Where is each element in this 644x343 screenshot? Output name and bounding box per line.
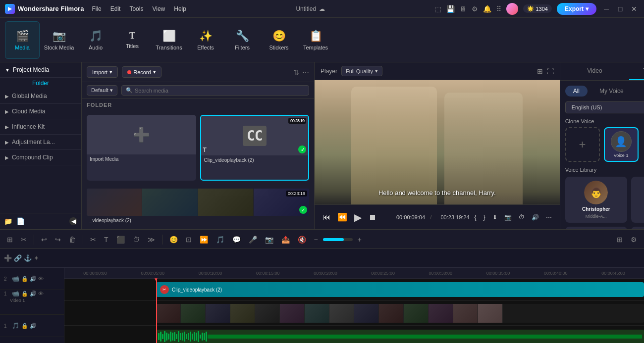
collapse-panel-button[interactable]: ◀ [69, 217, 77, 225]
import-button[interactable]: Import ▾ [87, 66, 118, 78]
tool-templates[interactable]: 📋 Templates [298, 21, 333, 59]
razor-tool-button[interactable]: ✂ [18, 234, 30, 245]
project-media-section[interactable]: ▼ Project Media [0, 62, 81, 78]
emoticon-button[interactable]: 😊 [166, 234, 181, 245]
voice-card-emma[interactable]: 👩 NEW Emma Middle-A... [565, 227, 628, 229]
magnet-icon[interactable]: 🔗 [14, 254, 22, 262]
adjustment-layer-section[interactable]: ▶ Adjustment La... [0, 135, 81, 150]
add-clone-voice-button[interactable]: + [565, 127, 600, 162]
influence-kit-section[interactable]: ▶ Influence Kit [0, 119, 81, 135]
undo-button[interactable]: ↩ [38, 234, 50, 245]
cloud-media-section[interactable]: ▶ Cloud Media [0, 104, 81, 119]
snapshot-tl-button[interactable]: 📷 [262, 234, 276, 245]
tool-filters[interactable]: 🔧 Filters [225, 21, 260, 59]
tl-settings-button[interactable]: ⚙ [628, 234, 640, 245]
tl-grid-button[interactable]: ⊞ [614, 234, 626, 245]
mute-button[interactable]: 🔇 [295, 234, 309, 245]
minimize-button[interactable]: ─ [601, 5, 611, 13]
settings-icon[interactable]: ⚙ [472, 5, 478, 13]
fullscreen-icon[interactable]: ⛶ [547, 67, 554, 75]
zoom-slider[interactable] [323, 238, 353, 241]
user-avatar[interactable] [506, 3, 518, 15]
crop-button[interactable]: ⬛ [113, 234, 128, 245]
search-input[interactable] [135, 88, 305, 94]
menu-tools[interactable]: Tools [129, 5, 143, 12]
voice-card-ava[interactable]: 👩 NEW Ava Young En... [631, 227, 644, 229]
playhead[interactable] [156, 279, 157, 343]
menu-view[interactable]: View [152, 5, 165, 12]
import-media-card[interactable]: ➕ Import Media [87, 115, 196, 181]
more-tl-button[interactable]: ≫ [145, 234, 158, 245]
speed-timeline-button[interactable]: ⏱ [130, 234, 143, 245]
split-button[interactable]: ⊡ [183, 234, 195, 245]
record-voice-button[interactable]: 🎤 [246, 234, 260, 245]
add-item-icon[interactable]: 📄 [16, 217, 25, 225]
add-track-icon[interactable]: ➕ [4, 254, 12, 262]
close-button[interactable]: ✕ [629, 5, 639, 13]
play-button[interactable]: ▶ [352, 209, 364, 225]
eye-icon-2[interactable]: 👁 [38, 276, 44, 282]
track-type-icon[interactable]: ✦ [34, 254, 39, 262]
step-back-button[interactable]: ⏪ [335, 210, 349, 224]
redo-button[interactable]: ↪ [52, 234, 64, 245]
cut-button[interactable]: ✂ [87, 234, 99, 245]
tool-effects[interactable]: ✨ Effects [188, 21, 223, 59]
sub-tab-my-voice[interactable]: My Voice [591, 86, 632, 97]
eye-icon-1[interactable]: 👁 [38, 291, 44, 297]
tool-audio[interactable]: 🎵 Audio [78, 21, 113, 59]
sub-tab-all[interactable]: All [565, 86, 588, 97]
default-select[interactable]: Default ▾ [87, 85, 117, 96]
folder-label[interactable]: Folder [0, 78, 81, 89]
mark-out-button[interactable]: } [482, 212, 487, 223]
menu-help[interactable]: Help [174, 5, 186, 12]
menu-edit[interactable]: Edit [110, 5, 121, 12]
plus-zoom-button[interactable]: + [355, 234, 365, 245]
grid-icon[interactable]: ⠿ [496, 5, 501, 13]
compound-clip-section[interactable]: ▶ Compound Clip [0, 150, 81, 165]
audio-icon-1[interactable]: 🔊 [30, 291, 37, 297]
voice-card-christopher[interactable]: 👨 Christopher Middle-A... [565, 177, 628, 223]
record-button[interactable]: Record ▾ [122, 66, 161, 78]
audio-lock-icon[interactable]: 🔒 [21, 323, 28, 329]
global-media-section[interactable]: ▶ Global Media [0, 89, 81, 104]
maximize-button[interactable]: □ [615, 5, 625, 13]
speed-button[interactable]: ⏱ [517, 212, 527, 223]
more-controls-button[interactable]: ⋯ [544, 212, 554, 223]
lock-icon-1[interactable]: 🔒 [21, 291, 28, 297]
group-tracks-button[interactable]: ⊞ [4, 234, 16, 245]
add-folder-icon[interactable]: 📁 [4, 217, 12, 225]
volume-button[interactable]: 🔊 [530, 212, 541, 223]
clip-videoplayback-card[interactable]: CC 00:23:19 T ✓ Clip_videoplayback (2) [200, 115, 310, 181]
tab-tts[interactable]: Text To Speech [629, 62, 644, 80]
grid-view-icon[interactable]: ⊞ [537, 67, 543, 75]
add-to-timeline-button[interactable]: ⬇ [490, 212, 499, 223]
tool-stock-media[interactable]: 📷 Stock Media [42, 21, 76, 59]
subtitle-button[interactable]: 💬 [229, 234, 244, 245]
clip-speed-button[interactable]: ⏩ [197, 234, 211, 245]
audio-mute-icon[interactable]: 🔊 [30, 323, 37, 329]
more-options-icon[interactable]: ⋯ [302, 68, 309, 76]
delete-button[interactable]: 🗑 [66, 234, 79, 245]
mark-in-button[interactable]: { [473, 212, 479, 223]
export-frame-button[interactable]: 📤 [278, 234, 293, 245]
tool-transitions[interactable]: ⬜ Transitions [152, 21, 186, 59]
language-select[interactable]: English (US) [565, 101, 644, 113]
menu-file[interactable]: File [92, 5, 101, 12]
video-frames[interactable] [156, 304, 644, 323]
minus-zoom-button[interactable]: − [311, 234, 321, 245]
stop-button[interactable]: ⏹ [367, 211, 378, 224]
export-button[interactable]: Export ▾ [557, 3, 596, 15]
go-to-start-button[interactable]: ⏮ [321, 211, 332, 224]
snapshot-button[interactable]: 📷 [502, 212, 514, 223]
voice-1-card[interactable]: 👤 Voice 1 [604, 127, 639, 162]
tab-video[interactable]: Video [560, 62, 630, 80]
media-thumb[interactable]: 00:23:19 ✓ [87, 189, 309, 216]
text-button[interactable]: T [101, 234, 111, 245]
voice-card-amanda[interactable]: 👩 NEW Amanda Young En... [631, 177, 644, 223]
tool-titles[interactable]: T Titles [115, 21, 150, 59]
audio-mix-button[interactable]: 🎵 [213, 234, 227, 245]
link-icon[interactable]: ⚓ [24, 254, 32, 262]
tool-stickers[interactable]: 😊 Stickers [262, 21, 296, 59]
lock-icon-2[interactable]: 🔒 [21, 276, 28, 282]
audio-waveform[interactable] [156, 330, 644, 343]
